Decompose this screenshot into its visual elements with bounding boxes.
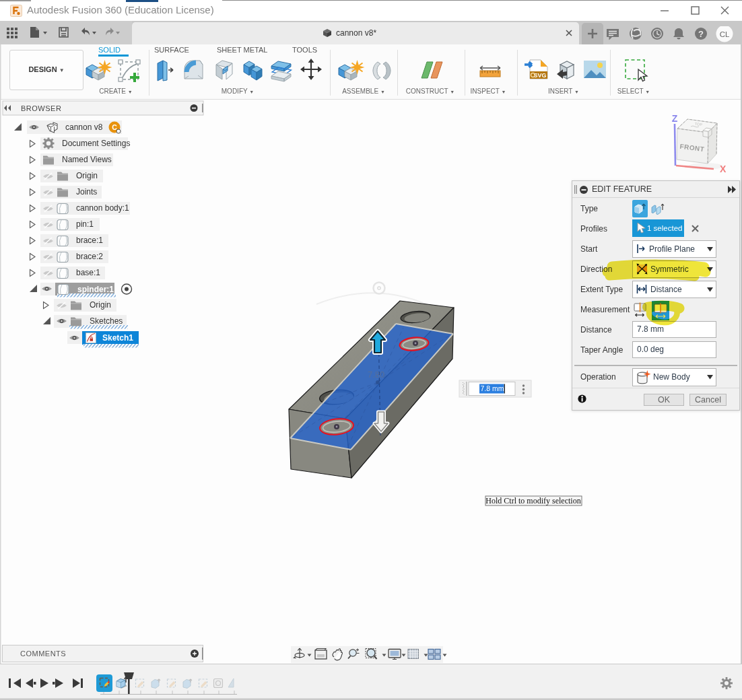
svg-text:Named Views: Named Views bbox=[62, 155, 112, 164]
svg-text:Hold Ctrl to modify selection: Hold Ctrl to modify selection bbox=[485, 496, 580, 505]
svg-text:cannon body:1: cannon body:1 bbox=[76, 203, 129, 213]
svg-text:7.80: 7.80 bbox=[368, 370, 384, 380]
svg-text:brace:1: brace:1 bbox=[76, 236, 103, 245]
svg-text:brace:2: brace:2 bbox=[76, 252, 103, 261]
svg-text:Z: Z bbox=[672, 113, 678, 124]
svg-text:X: X bbox=[720, 164, 727, 174]
svg-text:base:1: base:1 bbox=[76, 268, 100, 277]
svg-text:pin:1: pin:1 bbox=[76, 219, 94, 229]
svg-text:Joints: Joints bbox=[76, 187, 97, 197]
svg-text:7.8 mm: 7.8 mm bbox=[481, 384, 504, 392]
svg-text:BROWSER: BROWSER bbox=[21, 104, 61, 112]
svg-text:spinder:1: spinder:1 bbox=[77, 285, 114, 294]
svg-text:cannon v8: cannon v8 bbox=[65, 123, 103, 132]
svg-text:COMMENTS: COMMENTS bbox=[20, 650, 66, 658]
svg-text:Origin: Origin bbox=[90, 300, 111, 310]
svg-text:Origin: Origin bbox=[76, 171, 98, 180]
svg-text:Document Settings: Document Settings bbox=[62, 139, 130, 148]
svg-text:Sketch1: Sketch1 bbox=[102, 333, 133, 343]
svg-text:Sketches: Sketches bbox=[90, 316, 123, 326]
svg-text:TOP: TOP bbox=[695, 122, 703, 127]
